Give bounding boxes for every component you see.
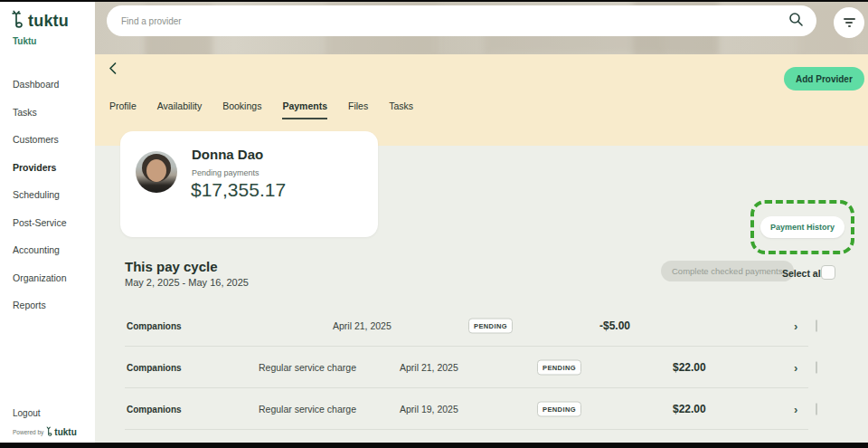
tab-tasks[interactable]: Tasks <box>389 100 413 119</box>
tab-availability[interactable]: Availability <box>157 100 202 119</box>
provider-name: Donna Dao <box>192 147 263 162</box>
sidebar-item-scheduling[interactable]: Scheduling <box>13 189 67 200</box>
powered-by-label: Powered by <box>13 429 43 435</box>
search-input[interactable] <box>119 15 788 27</box>
payment-row[interactable]: Companions April 21, 2025 PENDING -$5.00… <box>125 305 841 347</box>
screen-edge-top <box>0 0 868 2</box>
select-all-checkbox[interactable] <box>821 265 835 280</box>
brand-logo-text: tuktu <box>28 12 69 31</box>
payment-history-button[interactable]: Payment History <box>760 216 844 238</box>
pay-cycle-title: This pay cycle <box>125 259 218 274</box>
row-amount: $22.00 <box>673 361 706 374</box>
sidebar-item-tuktu[interactable]: Tuktu <box>13 36 36 46</box>
main-content: Add Provider Profile Availability Bookin… <box>95 0 868 448</box>
sidebar-nav: Dashboard Tasks Customers Providers Sche… <box>13 79 67 328</box>
filter-button[interactable] <box>834 7 864 38</box>
chevron-right-icon[interactable]: › <box>794 361 797 375</box>
sidebar-item-post-service[interactable]: Post-Service <box>13 217 67 228</box>
powered-by-logo-text: tuktu <box>54 427 76 437</box>
sidebar-item-dashboard[interactable]: Dashboard <box>13 79 67 90</box>
sidebar-item-accounting[interactable]: Accounting <box>13 244 67 255</box>
row-checkbox[interactable] <box>816 319 817 332</box>
row-checkbox[interactable] <box>816 361 817 374</box>
sidebar-item-providers[interactable]: Providers <box>13 162 67 173</box>
row-amount: $22.00 <box>673 403 706 415</box>
sidebar-item-organization[interactable]: Organization <box>13 272 67 283</box>
payment-history-highlight-annotation: Payment History <box>750 200 854 254</box>
select-all-label: Select all <box>782 268 824 279</box>
screen-edge-bottom <box>0 443 868 448</box>
add-provider-button[interactable]: Add Provider <box>784 67 864 91</box>
row-checkbox[interactable] <box>816 403 817 415</box>
provider-profile-card: Donna Dao Pending payments $17,355.17 <box>120 131 378 237</box>
row-service: Companions <box>127 363 182 373</box>
row-service: Companions <box>127 321 182 331</box>
back-button[interactable] <box>106 60 119 80</box>
powered-by: Powered by tuktu <box>13 426 77 438</box>
row-amount: -$5.00 <box>599 319 630 332</box>
tab-files[interactable]: Files <box>348 100 368 119</box>
avatar <box>136 151 177 193</box>
row-date: April 21, 2025 <box>400 362 458 373</box>
sidebar: tuktu Tuktu Dashboard Tasks Customers Pr… <box>0 0 95 448</box>
payment-row[interactable]: Companions Regular service charge April … <box>125 388 841 430</box>
chevron-left-icon <box>108 64 118 78</box>
sidebar-item-reports[interactable]: Reports <box>13 300 67 310</box>
pay-cycle-date-range: May 2, 2025 - May 16, 2025 <box>125 277 249 288</box>
tab-payments[interactable]: Payments <box>282 100 327 119</box>
brand-logo: tuktu <box>12 10 69 32</box>
tuktu-deer-icon <box>12 10 25 32</box>
row-service: Companions <box>127 405 182 415</box>
row-status-badge: PENDING <box>537 360 581 376</box>
pending-payments-amount: $17,355.17 <box>191 179 286 201</box>
provider-search-bar[interactable] <box>107 5 816 36</box>
complete-checked-payments-button[interactable]: Complete checked payments <box>661 261 794 281</box>
row-date: April 19, 2025 <box>400 404 458 415</box>
chevron-right-icon[interactable]: › <box>794 319 797 333</box>
powered-by-logo: tuktu <box>46 426 76 438</box>
payments-table: Companions April 21, 2025 PENDING -$5.00… <box>125 305 841 448</box>
sidebar-item-tasks[interactable]: Tasks <box>13 107 67 118</box>
row-status-badge: PENDING <box>537 402 581 417</box>
sidebar-item-customers[interactable]: Customers <box>13 134 67 145</box>
search-icon[interactable] <box>788 12 804 31</box>
logout-link[interactable]: Logout <box>13 408 41 418</box>
row-description: Regular service charge <box>259 362 356 373</box>
payment-row[interactable]: Companions Regular service charge April … <box>125 347 841 388</box>
tuktu-deer-icon-small <box>46 426 53 438</box>
provider-tabs: Profile Availability Bookings Payments F… <box>109 100 413 119</box>
row-date: April 21, 2025 <box>333 320 392 331</box>
tab-bookings[interactable]: Bookings <box>222 100 261 119</box>
filter-icon <box>844 18 855 20</box>
row-description: Regular service charge <box>259 404 356 415</box>
pending-payments-label: Pending payments <box>192 168 259 177</box>
tab-profile[interactable]: Profile <box>109 100 137 119</box>
chevron-right-icon[interactable]: › <box>794 403 797 416</box>
row-status-badge: PENDING <box>468 319 513 334</box>
